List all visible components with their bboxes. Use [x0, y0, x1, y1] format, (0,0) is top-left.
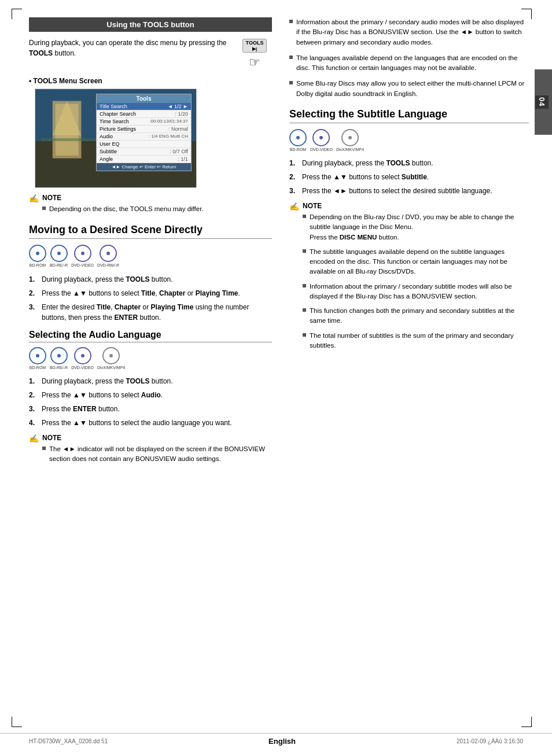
subtitle-note-bullet-1: [303, 215, 306, 218]
audio-note-text: The ◄► indicator will not be displayed o…: [49, 444, 272, 464]
tools-menu-row-time: Time Search :00:00:13/01:34:37: [97, 118, 191, 126]
audio-disc-divx: DivX/MKV/MP4: [97, 347, 125, 370]
subtitle-note-bullet-4: [303, 308, 306, 312]
subtitle-note-item-3: Information about the primary / secondar…: [303, 282, 529, 302]
hand-icon: ☞: [249, 55, 260, 70]
scene-step-2: 2. Press the ▲▼ buttons to select Title,…: [29, 288, 272, 298]
tools-menu-row-picture: Picture Settings : Normal: [97, 126, 191, 133]
subtitle-disc-icons: BD-ROM DVD-VIDEO DivX/MKV/MP4: [289, 129, 529, 152]
disc-circle-dvd: [74, 245, 91, 262]
subtitle-circle-divx: [341, 129, 359, 146]
subtitle-label-divx: DivX/MKV/MP4: [336, 147, 364, 152]
tools-menu-row-usereq: User EQ: [97, 141, 191, 148]
tools-menu-row-subtitle: Subtitle : 0/7 Off: [97, 148, 191, 156]
audio-step-1: 1. During playback, press the TOOLS butt…: [29, 376, 272, 386]
disc-label-bdrom: BD-ROM: [30, 263, 46, 268]
note-bullet-icon: [42, 206, 46, 210]
disc-label-dvdrw: DVD-RW/-R: [97, 263, 119, 268]
subtitle-note-item-5: The total number of subtitles is the sum…: [303, 331, 529, 351]
right-note-bullet-2: [289, 56, 293, 59]
audio-step-2: 2. Press the ▲▼ buttons to select Audio.: [29, 390, 272, 400]
subtitle-note-content: NOTE Depending on the Blu-ray Disc / DVD…: [303, 202, 529, 352]
page-footer: HT-D6730W_XAA_0208.dd 51 English 2011-02…: [0, 733, 552, 746]
tools-intro-text: During playback, you can operate the dis…: [29, 38, 231, 58]
subtitle-note-item-4: This function changes both the primary a…: [303, 306, 529, 326]
tools-button-graphic: TOOLS▶| ☞: [237, 39, 272, 70]
tools-bullet-label: • TOOLS Menu Screen: [29, 77, 272, 85]
tools-intro-row: During playback, you can operate the dis…: [29, 38, 272, 70]
disc-label-bdre: BD-RE/-R: [50, 263, 68, 268]
tools-menu-header: Tools: [97, 94, 191, 103]
tools-note-title: NOTE: [42, 194, 272, 202]
right-audio-notes: Information about the primary / secondar…: [289, 17, 529, 99]
subtitle-label-dvd: DVD-VIDEO: [310, 147, 333, 152]
tools-section: Using the TOOLS button During playback, …: [29, 17, 272, 216]
disc-label-dvd: DVD-VIDEO: [71, 263, 94, 268]
audio-circle-divx: [102, 347, 120, 364]
tools-menu-row-chapter: Chapter Search : 1/20: [97, 110, 191, 118]
audio-section: Selecting the Audio Language BD-ROM BD-R…: [29, 330, 272, 466]
audio-step-4: 4. Press the ▲▼ buttons to select the au…: [29, 418, 272, 428]
disc-badge-bdrom: BD-ROM: [29, 245, 46, 268]
scene-steps-list: 1. During playback, press the TOOLS butt…: [29, 274, 272, 323]
subtitle-note-item-2: The subtitle languages available depend …: [303, 247, 529, 277]
subtitle-step-3: 3. Press the ◄► buttons to select the de…: [289, 186, 529, 196]
subtitle-section: Selecting the Subtitle Language BD-ROM D…: [289, 108, 529, 352]
audio-note-item: The ◄► indicator will not be displayed o…: [42, 444, 272, 464]
chapter-number: 04: [535, 95, 549, 108]
tools-note-text: Depending on the disc, the TOOLS menu ma…: [49, 204, 204, 214]
audio-section-title: Selecting the Audio Language: [29, 330, 272, 342]
disc-circle-bdrom: [29, 245, 46, 262]
audio-disc-bdrom: BD-ROM: [29, 347, 46, 370]
subtitle-note-bullet-2: [303, 249, 306, 253]
tools-note-content: NOTE Depending on the disc, the TOOLS me…: [42, 194, 272, 216]
subtitle-note-item-1: Depending on the Blu-ray Disc / DVD, you…: [303, 212, 529, 242]
audio-note-title: NOTE: [42, 434, 272, 442]
tools-menu-overlay: Tools Title Search ◄ 1/2 ► Chapter Searc…: [96, 94, 192, 171]
disc-badge-dvdrw: DVD-RW/-R: [97, 245, 119, 268]
subtitle-note-bullet-5: [303, 333, 306, 337]
tools-btn-label: TOOLS▶|: [242, 39, 267, 53]
subtitle-steps-list: 1. During playback, press the TOOLS butt…: [289, 158, 529, 196]
subtitle-circle-bdrom: [289, 129, 307, 146]
tools-menu-row-audio: Audio : 1/4 ENG Multi CH: [97, 133, 191, 141]
tools-menu-row-title: Title Search ◄ 1/2 ►: [97, 103, 191, 110]
subtitle-note-bullet-3: [303, 284, 306, 287]
footer-right: 2011-02-09 ¿ÀÀû 3:16:30: [457, 738, 523, 744]
right-note-2: The languages available depend on the la…: [289, 53, 529, 73]
audio-label-divx: DivX/MKV/MP4: [97, 366, 125, 370]
footer-left: HT-D6730W_XAA_0208.dd 51: [29, 738, 108, 744]
side-tab: 04 Basic Functions: [535, 69, 552, 135]
scene-disc-icons: BD-ROM BD-RE/-R DVD-VIDEO DVD-RW/-R: [29, 245, 272, 268]
left-column: Using the TOOLS button During playback, …: [29, 17, 272, 472]
audio-disc-dvd: DVD-VIDEO: [71, 347, 94, 370]
disc-circle-dvdrw: [100, 245, 117, 262]
subtitle-disc-dvd: DVD-VIDEO: [310, 129, 333, 152]
subtitle-note: ✍ NOTE Depending on the Blu-ray Disc / D…: [289, 202, 529, 352]
subtitle-disc-divx: DivX/MKV/MP4: [336, 129, 364, 152]
right-note-3: Some Blu-ray Discs may allow you to sele…: [289, 79, 529, 99]
right-column: Information about the primary / secondar…: [289, 17, 529, 472]
audio-step-3: 3. Press the ENTER button.: [29, 404, 272, 414]
audio-note-content: NOTE The ◄► indicator will not be displa…: [42, 434, 272, 466]
main-content: Using the TOOLS button During playback, …: [0, 17, 552, 472]
disc-circle-bdre: [50, 245, 68, 262]
subtitle-section-title: Selecting the Subtitle Language: [289, 108, 529, 123]
tools-note-item: Depending on the disc, the TOOLS menu ma…: [42, 204, 272, 214]
page: 04 Basic Functions Using the TOOLS butto…: [0, 0, 552, 756]
audio-circle-bdre: [50, 347, 68, 364]
subtitle-step-1: 1. During playback, press the TOOLS butt…: [289, 158, 529, 168]
subtitle-label-bdrom: BD-ROM: [290, 147, 306, 152]
audio-disc-bdre: BD-RE/-R: [50, 347, 68, 370]
audio-note: ✍ NOTE The ◄► indicator will not be disp…: [29, 434, 272, 466]
scene-section: Moving to a Desired Scene Directly BD-RO…: [29, 224, 272, 322]
disc-badge-bdre: BD-RE/-R: [50, 245, 68, 268]
audio-label-bdre: BD-RE/-R: [50, 366, 68, 370]
audio-label-dvd: DVD-VIDEO: [71, 366, 94, 370]
right-note-1: Information about the primary / secondar…: [289, 17, 529, 47]
footer-center: English: [268, 737, 296, 746]
corner-bl: [12, 717, 22, 727]
audio-circle-dvd: [74, 347, 91, 364]
subtitle-step-2: 2. Press the ▲▼ buttons to select Subtit…: [289, 172, 529, 182]
audio-note-icon: ✍: [29, 434, 39, 443]
